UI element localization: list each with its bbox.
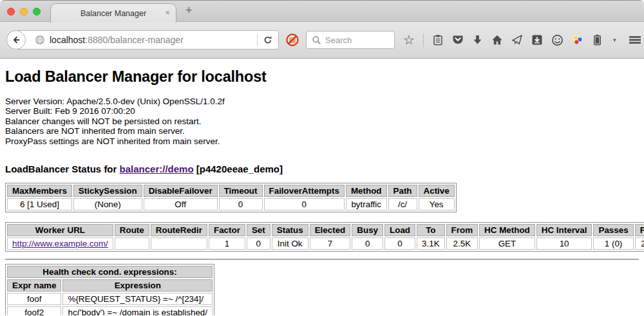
cell-hc-method: GET bbox=[479, 237, 535, 250]
cell-passes: 1 (0) bbox=[593, 237, 633, 250]
col-hc-method: HC Method bbox=[479, 224, 535, 236]
cell-route bbox=[115, 237, 149, 250]
url-path: :8880/balancer-manager bbox=[85, 35, 184, 45]
back-icon bbox=[11, 35, 21, 45]
home-icon[interactable] bbox=[491, 34, 503, 46]
cell-elected: 7 bbox=[310, 237, 351, 250]
cell-worker-url: http://www.example.com/ bbox=[7, 237, 113, 250]
download-icon[interactable] bbox=[472, 35, 483, 46]
col-timeout: Timeout bbox=[219, 185, 263, 197]
server-version-line: Server Version: Apache/2.5.0-dev (Unix) … bbox=[5, 97, 639, 106]
cell-path: /c/ bbox=[388, 198, 417, 210]
toolbar-buttons: ☆ bbox=[403, 33, 644, 47]
box-download-icon[interactable] bbox=[531, 34, 543, 46]
window-controls bbox=[7, 8, 41, 15]
search-field[interactable]: Search bbox=[306, 31, 395, 49]
battery-icon[interactable] bbox=[592, 34, 603, 46]
balancer-summary-table: MaxMembers StickySession DisableFailover… bbox=[5, 183, 457, 212]
col-stickysession: StickySession bbox=[73, 185, 142, 197]
section-divider bbox=[5, 259, 639, 260]
menu-hamburger-icon[interactable] bbox=[629, 35, 641, 45]
pocket-icon[interactable] bbox=[452, 34, 464, 46]
page-content: Load Balancer Manager for localhost Serv… bbox=[0, 59, 644, 315]
col-status: Status bbox=[272, 224, 308, 236]
table-header-row: Worker URL Route RouteRedir Factor Set S… bbox=[7, 224, 644, 236]
cell-timeout: 0 bbox=[219, 198, 263, 210]
globe-icon bbox=[35, 35, 45, 45]
page-title: Load Balancer Manager for localhost bbox=[5, 68, 639, 86]
reload-icon bbox=[263, 35, 273, 45]
minimize-window-button[interactable] bbox=[20, 8, 28, 15]
proxypass-inherit-line: ProxyPass settings are NOT inherited fro… bbox=[5, 136, 639, 146]
health-table-caption: Health check cond. expressions: bbox=[7, 266, 213, 278]
status-heading-prefix: LoadBalancer Status for bbox=[5, 163, 120, 174]
toolbar-divider bbox=[423, 33, 424, 47]
cell-expression: %{REQUEST_STATUS} =~ /^[234]/ bbox=[62, 293, 213, 305]
col-disablefailover: DisableFailover bbox=[144, 185, 218, 197]
dropdown-caret-icon[interactable]: ▾ bbox=[613, 37, 616, 43]
bookmark-star-icon[interactable]: ☆ bbox=[403, 33, 415, 46]
cell-maxmembers: 6 [1 Used] bbox=[7, 198, 72, 210]
col-maxmembers: MaxMembers bbox=[7, 185, 72, 197]
zoom-window-button[interactable] bbox=[33, 8, 41, 15]
cell-method: bytraffic bbox=[346, 198, 387, 210]
col-expr-name: Expr name bbox=[7, 279, 61, 292]
col-hc-interval: HC Interval bbox=[536, 224, 592, 236]
table-header-row: MaxMembers StickySession DisableFailover… bbox=[7, 185, 455, 197]
col-routeredir: RouteRedir bbox=[151, 224, 207, 236]
cell-load: 0 bbox=[384, 237, 415, 250]
send-icon[interactable] bbox=[511, 34, 523, 46]
search-icon bbox=[312, 35, 321, 45]
url-input[interactable]: localhost:8880/balancer-manager bbox=[50, 35, 257, 45]
col-route: Route bbox=[115, 224, 149, 236]
col-elected: Elected bbox=[310, 224, 351, 236]
cell-from: 2.5K bbox=[446, 237, 478, 250]
back-button[interactable] bbox=[6, 30, 26, 50]
col-busy: Busy bbox=[352, 224, 383, 236]
health-check-table: Health check cond. expressions: Expr nam… bbox=[5, 264, 214, 315]
col-fails: Fails bbox=[635, 224, 644, 236]
status-heading-suffix: [p4420eeae_demo] bbox=[194, 163, 283, 174]
worker-url-link[interactable]: http://www.example.com/ bbox=[12, 239, 108, 248]
cell-expression: hc('body') =~ /domain is established/ bbox=[62, 306, 213, 315]
server-info: Server Version: Apache/2.5.0-dev (Unix) … bbox=[5, 97, 639, 146]
new-tab-button[interactable]: + bbox=[185, 4, 193, 17]
tab-close-icon[interactable]: × bbox=[165, 8, 170, 18]
close-window-button[interactable] bbox=[7, 8, 15, 15]
col-from: From bbox=[446, 224, 478, 236]
table-row: foof %{REQUEST_STATUS} =~ /^[234]/ bbox=[7, 293, 213, 305]
plugin-blocked-icon[interactable] bbox=[285, 33, 299, 47]
colored-dots-icon[interactable] bbox=[572, 34, 583, 46]
table-row: 6 [1 Used] (None) Off 0 0 bytraffic /c/ … bbox=[7, 198, 455, 210]
col-active: Active bbox=[419, 185, 455, 197]
col-set: Set bbox=[247, 224, 270, 236]
worker-table: Worker URL Route RouteRedir Factor Set S… bbox=[5, 222, 644, 252]
cell-failoverattempts: 0 bbox=[264, 198, 345, 210]
navigation-toolbar: localhost:8880/balancer-manager Search ☆ bbox=[0, 22, 644, 59]
reload-button[interactable] bbox=[258, 35, 278, 45]
clipboard-icon[interactable] bbox=[432, 34, 444, 46]
browser-window: Balancer Manager × + localhost:8880/bala… bbox=[0, 0, 644, 316]
col-to: To bbox=[417, 224, 445, 236]
cell-status: Init Ok bbox=[272, 237, 308, 250]
cell-active: Yes bbox=[419, 198, 455, 210]
persist-notice-line: Balancer changes will NOT be persisted o… bbox=[5, 116, 639, 126]
cell-stickysession: (None) bbox=[73, 198, 142, 210]
cell-busy: 0 bbox=[352, 237, 383, 250]
url-bar[interactable]: localhost:8880/balancer-manager bbox=[16, 30, 279, 50]
cell-fails: 2 (0) bbox=[635, 237, 644, 250]
chat-smiley-icon[interactable] bbox=[551, 34, 564, 46]
col-failoverattempts: FailoverAttempts bbox=[264, 185, 345, 197]
tab-bar: Balancer Manager × + bbox=[0, 1, 644, 22]
cell-expr-name: foof2 bbox=[7, 306, 61, 315]
search-placeholder: Search bbox=[325, 35, 352, 45]
tab-title: Balancer Manager bbox=[80, 9, 146, 18]
col-method: Method bbox=[346, 185, 387, 197]
balancers-inherit-line: Balancers are NOT inherited from main se… bbox=[5, 126, 639, 136]
balancer-demo-link[interactable]: balancer://demo bbox=[120, 163, 194, 174]
cell-to: 3.1K bbox=[417, 237, 445, 250]
cell-set: 0 bbox=[247, 237, 270, 250]
tab-balancer-manager[interactable]: Balancer Manager × bbox=[50, 3, 176, 23]
table-caption-row: Health check cond. expressions: bbox=[7, 266, 213, 278]
col-load: Load bbox=[384, 224, 415, 236]
